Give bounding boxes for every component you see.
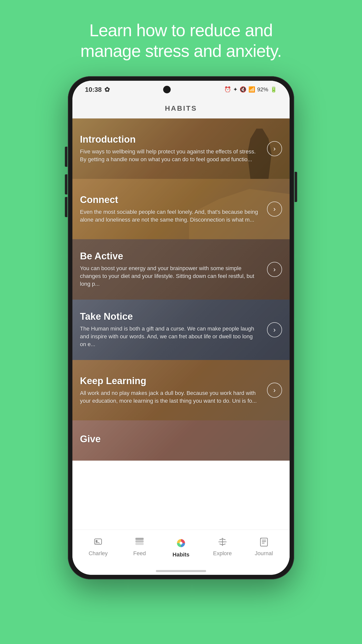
charley-icon bbox=[92, 536, 104, 548]
status-icons: ⏰ ✦ 🔇 📶 92% 🔋 bbox=[224, 86, 277, 93]
nav-label-journal: Journal bbox=[255, 550, 273, 557]
nav-label-habits: Habits bbox=[172, 551, 189, 558]
habit-card-introduction[interactable]: Introduction Five ways to wellbeing will… bbox=[72, 118, 290, 179]
status-bar: 10:38 ✿ ⏰ ✦ 🔇 📶 92% 🔋 bbox=[72, 81, 290, 98]
nav-item-habits[interactable]: Habits bbox=[160, 534, 202, 558]
svg-rect-9 bbox=[260, 538, 267, 546]
nav-label-charley: Charley bbox=[88, 550, 108, 557]
app-bar: HABITS bbox=[72, 98, 290, 118]
nav-item-charley[interactable]: Charley bbox=[77, 536, 119, 557]
journal-icon bbox=[258, 536, 270, 548]
habit-card-keep-learning[interactable]: Keep Learning All work and no play makes… bbox=[72, 360, 290, 420]
home-indicator bbox=[72, 567, 290, 575]
home-bar bbox=[156, 570, 206, 572]
habit-title-connect: Connect bbox=[80, 194, 259, 205]
habit-arrow-be-active[interactable]: › bbox=[267, 262, 282, 277]
habits-list: Introduction Five ways to wellbeing will… bbox=[72, 118, 290, 530]
svg-rect-2 bbox=[136, 538, 143, 540]
habit-title-be-active: Be Active bbox=[80, 251, 259, 262]
habit-title-take-notice: Take Notice bbox=[80, 311, 259, 322]
bottom-navigation: Charley Feed bbox=[72, 530, 290, 567]
explore-icon bbox=[216, 536, 229, 548]
status-time: 10:38 ✿ bbox=[85, 86, 110, 94]
habit-card-give[interactable]: Give bbox=[72, 420, 290, 461]
nav-item-feed[interactable]: Feed bbox=[119, 536, 160, 557]
svg-rect-4 bbox=[136, 543, 143, 545]
habit-arrow-take-notice[interactable]: › bbox=[267, 322, 282, 337]
habits-icon bbox=[172, 534, 190, 552]
page-header: Learn how to reduce and manage stress an… bbox=[50, 0, 312, 76]
nav-item-journal[interactable]: Journal bbox=[243, 536, 285, 557]
svg-point-6 bbox=[179, 542, 182, 544]
habit-card-connect[interactable]: Connect Even the most sociable people ca… bbox=[72, 179, 290, 239]
svg-point-1 bbox=[96, 540, 97, 542]
nav-item-explore[interactable]: Explore bbox=[202, 536, 243, 557]
nav-label-explore: Explore bbox=[213, 550, 232, 557]
svg-rect-3 bbox=[136, 541, 143, 542]
phone-screen: 10:38 ✿ ⏰ ✦ 🔇 📶 92% 🔋 HABITS bbox=[72, 81, 290, 575]
habit-arrow-keep-learning[interactable]: › bbox=[267, 383, 282, 398]
phone-device: 10:38 ✿ ⏰ ✦ 🔇 📶 92% 🔋 HABITS bbox=[68, 76, 294, 579]
habit-arrow-introduction[interactable]: › bbox=[267, 141, 282, 156]
habit-desc-introduction: Five ways to wellbeing will help protect… bbox=[80, 148, 259, 164]
habit-card-be-active[interactable]: Be Active You can boost your energy and … bbox=[72, 239, 290, 300]
nav-label-feed: Feed bbox=[133, 550, 146, 557]
svg-rect-0 bbox=[95, 539, 102, 544]
habit-desc-take-notice: The Human mind is both a gift and a curs… bbox=[80, 325, 259, 348]
feed-icon bbox=[133, 536, 146, 548]
habit-title-keep-learning: Keep Learning bbox=[80, 376, 259, 386]
app-bar-title: HABITS bbox=[165, 104, 197, 112]
habit-title-introduction: Introduction bbox=[80, 134, 259, 145]
habit-desc-connect: Even the most sociable people can feel l… bbox=[80, 208, 259, 224]
habit-desc-be-active: You can boost your energy and your brain… bbox=[80, 265, 259, 288]
habit-arrow-connect[interactable]: › bbox=[267, 202, 282, 217]
camera-notch bbox=[163, 86, 171, 93]
habit-desc-keep-learning: All work and no play makes jack a dull b… bbox=[80, 389, 259, 405]
habit-card-take-notice[interactable]: Take Notice The Human mind is both a gif… bbox=[72, 300, 290, 360]
habit-title-give: Give bbox=[80, 434, 259, 445]
